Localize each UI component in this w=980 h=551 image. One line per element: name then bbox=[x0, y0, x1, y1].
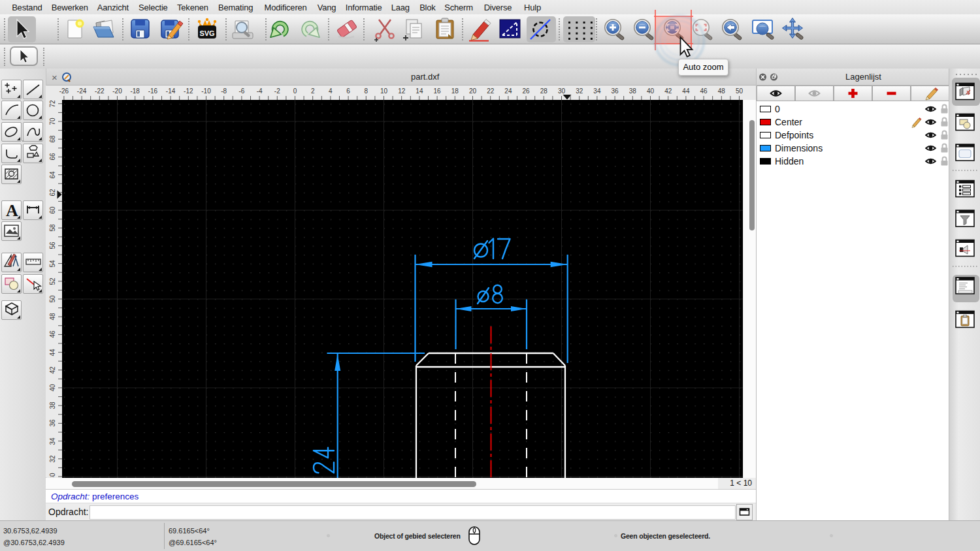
svg-text:A: A bbox=[6, 201, 18, 220]
svg-text:SVG: SVG bbox=[199, 29, 214, 37]
